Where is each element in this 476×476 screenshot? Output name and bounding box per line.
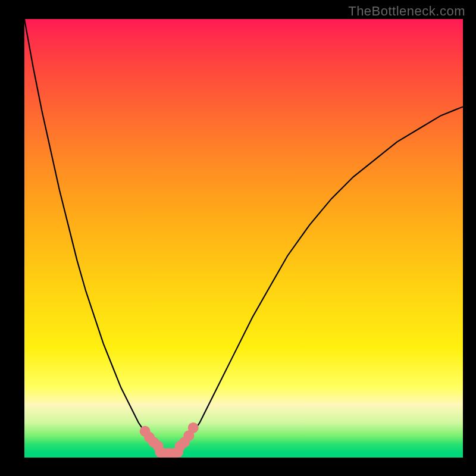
curve-path (24, 19, 463, 453)
highlight-dot (188, 422, 199, 433)
chart-frame: TheBottleneck.com (0, 0, 476, 476)
curve-svg (24, 19, 463, 458)
watermark-text: TheBottleneck.com (348, 4, 465, 19)
plot-area (24, 19, 463, 458)
highlight-dots (140, 422, 199, 458)
